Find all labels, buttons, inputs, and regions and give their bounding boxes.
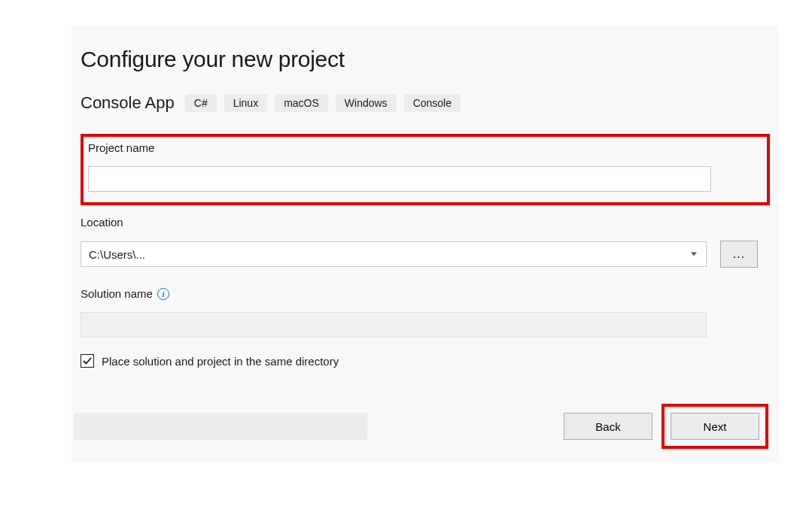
solution-name-input xyxy=(81,312,707,338)
info-icon[interactable]: i xyxy=(157,288,169,300)
same-directory-row: Place solution and project in the same d… xyxy=(81,354,770,368)
tag-linux: Linux xyxy=(224,94,267,112)
browse-button[interactable]: ... xyxy=(720,241,758,268)
configure-project-dialog: Configure your new project Console App C… xyxy=(71,26,779,462)
location-dropdown[interactable]: C:\Users\... xyxy=(81,241,707,267)
template-info-row: Console App C# Linux macOS Windows Conso… xyxy=(81,93,779,113)
template-name: Console App xyxy=(81,93,175,113)
footer-placeholder xyxy=(74,413,367,440)
solution-name-label: Solution name i xyxy=(81,287,770,300)
tag-windows: Windows xyxy=(336,94,397,112)
footer-buttons: Back Next xyxy=(564,404,768,449)
tag-console: Console xyxy=(404,94,461,112)
tag-csharp: C# xyxy=(185,94,217,112)
location-label: Location xyxy=(81,216,770,229)
back-button[interactable]: Back xyxy=(564,413,652,440)
page-title: Configure your new project xyxy=(81,47,779,72)
solution-name-group: Solution name i xyxy=(81,287,770,338)
location-row: C:\Users\... ... xyxy=(81,241,770,268)
location-value: C:\Users\... xyxy=(89,248,145,261)
chevron-down-icon xyxy=(691,253,697,256)
project-name-label: Project name xyxy=(88,141,762,154)
tag-group: C# Linux macOS Windows Console xyxy=(185,94,461,112)
solution-name-label-text: Solution name xyxy=(81,287,153,300)
next-button[interactable]: Next xyxy=(671,413,759,440)
next-button-highlight: Next xyxy=(661,404,768,449)
tag-macos: macOS xyxy=(275,94,328,112)
checkmark-icon xyxy=(82,356,93,366)
same-directory-checkbox[interactable] xyxy=(81,354,94,368)
project-name-highlight: Project name xyxy=(81,134,770,205)
form-section: Project name Location C:\Users\... ... S… xyxy=(81,134,770,368)
dialog-footer: Back Next xyxy=(71,404,779,462)
location-group: Location C:\Users\... ... xyxy=(81,216,770,268)
same-directory-label: Place solution and project in the same d… xyxy=(102,355,339,368)
project-name-input[interactable] xyxy=(88,166,711,192)
